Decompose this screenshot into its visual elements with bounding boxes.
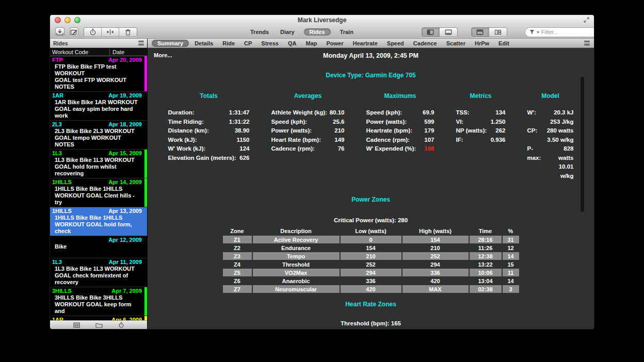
zone-cell: 294 <box>403 260 469 268</box>
metric-label: Cadence (rpm): <box>366 136 410 145</box>
metric-row: Speed (kph):69.9 <box>366 108 434 118</box>
zone-cell: 14 <box>503 277 519 285</box>
ride-description: WORKOUT GOAL keep form and <box>52 301 142 315</box>
ride-date: Apr 18, 2009 <box>108 121 142 128</box>
ride-item[interactable]: FTPApr 20, 2009FTP Bike Bike FTP test WO… <box>50 56 147 92</box>
zone-cell: Anaerobic <box>253 277 340 285</box>
summary-section-maximums: MaximumsSpeed (kph):69.9Power (watts):59… <box>366 92 434 180</box>
ride-description: 1L3 Bike Bike 1L3 WORKOUT <box>52 157 142 163</box>
import-ride-button[interactable] <box>55 27 65 37</box>
titlebar[interactable]: Mark Liversedge <box>50 15 594 25</box>
calendar-icon[interactable] <box>73 322 80 328</box>
tab-speed[interactable]: Speed <box>382 40 409 46</box>
metric-value: 124 <box>239 144 249 154</box>
zone-cell: 154 <box>341 244 401 252</box>
ride-date: Apr 13, 2009 <box>108 208 142 215</box>
content-scrollbar[interactable] <box>581 77 584 212</box>
zone-row: Z7Neuromuscular420MAX02:383 <box>223 285 519 293</box>
metric-row: TSS:134 <box>456 108 506 118</box>
ride-date: Apr 20, 2009 <box>108 57 142 63</box>
metric-label: Speed (kph): <box>366 108 403 118</box>
device-type-heading: Device Type: Garmin Edge 705 <box>148 72 594 79</box>
tab-summary[interactable]: Summary <box>152 40 189 47</box>
section-title: Totals <box>168 92 250 100</box>
style-toggle-group <box>471 27 507 37</box>
ride-item[interactable]: Apr 12, 2009Bike <box>50 236 147 258</box>
tab-power[interactable]: Power <box>321 40 348 46</box>
zoom-button[interactable] <box>74 17 81 23</box>
ride-item[interactable]: 3HILLSApr 7, 20093HILLS Bike Bike 3HILLS… <box>50 287 147 316</box>
zone-cell: 336 <box>403 269 469 276</box>
tiled-view-button[interactable] <box>489 28 507 37</box>
tab-qa[interactable]: QA <box>283 40 301 46</box>
zone-cell: 420 <box>403 277 469 285</box>
column-header-date[interactable]: Date <box>110 49 147 55</box>
zone-cell: 14 <box>503 252 519 260</box>
metric-label: P-max: <box>527 144 546 162</box>
metric-value: 253 J/kg <box>550 118 573 127</box>
toolbar: TrendsDiaryRidesTrain <box>50 25 594 39</box>
tab-ride[interactable]: Ride <box>218 40 239 46</box>
view-tab-trends[interactable]: Trends <box>248 28 271 36</box>
tab-details[interactable]: Details <box>190 40 218 46</box>
view-tab-train[interactable]: Train <box>338 28 356 36</box>
stopwatch-button[interactable] <box>84 28 102 37</box>
metric-label: Cadence (rpm): <box>271 144 315 154</box>
ride-description: 3HILLS Bike Bike 3HILLS <box>52 294 142 301</box>
ride-item[interactable]: 1HILLSApr 13, 20091HILLS Bike Bike 1HILL… <box>50 207 147 236</box>
ride-item[interactable]: 1HILLSApr 14, 20091HILLS Bike Bike 1HILL… <box>50 178 147 207</box>
filter-dropdown-icon[interactable]: ▼ <box>536 30 540 34</box>
ride-description: WORKOUT GOAL Clent hills - try <box>52 192 142 206</box>
metric-row: P-max:828 watts <box>527 144 574 162</box>
metric-label: VI: <box>456 118 464 127</box>
tab-hrpw[interactable]: HrPw <box>470 40 494 46</box>
tab-heartrate[interactable]: Heartrate <box>348 40 382 46</box>
delete-ride-button[interactable] <box>119 28 137 37</box>
sidebar-toggle-button[interactable] <box>422 28 440 37</box>
power-zones-title: Power Zones <box>148 196 594 203</box>
intervals-stopwatch-icon[interactable] <box>118 322 124 328</box>
fullscreen-icon[interactable] <box>583 17 590 23</box>
zone-cell: 02:38 <box>470 285 502 293</box>
ride-item[interactable]: 1L3Apr 15, 20091L3 Bike Bike 1L3 WORKOUT… <box>50 150 147 178</box>
hr-threshold-text: Threshold (bpm): 165 <box>148 320 594 326</box>
sidebar-column-headers[interactable]: Workout Code Date <box>50 48 147 56</box>
metric-value: 599 <box>424 118 434 127</box>
tab-stress[interactable]: Stress <box>256 40 283 46</box>
bottombar-toggle-button[interactable] <box>440 28 457 37</box>
zone-column-header: Description <box>253 228 340 235</box>
split-ride-button[interactable] <box>102 28 119 37</box>
main-tab-menu-icon[interactable] <box>584 40 590 46</box>
ride-item[interactable]: 2L3Apr 18, 20092L3 Bike Bike 2L3 WORKOUT… <box>50 121 147 150</box>
manual-entry-button[interactable] <box>70 27 78 37</box>
tab-cadence[interactable]: Cadence <box>409 40 442 46</box>
metric-row: w/kg <box>527 172 574 181</box>
tab-cp[interactable]: CP <box>239 40 256 46</box>
tab-scatter[interactable]: Scatter <box>442 40 470 46</box>
sidebar-menu-icon[interactable] <box>138 40 144 46</box>
tab-map[interactable]: Map <box>301 40 321 46</box>
stopwatch-icon <box>89 28 96 36</box>
zone-cell: Z6 <box>223 277 252 285</box>
minimize-button[interactable] <box>65 17 71 23</box>
column-header-workout-code[interactable]: Workout Code <box>50 49 110 55</box>
single-pane-icon <box>476 29 484 35</box>
metric-row: Cadence (rpm):107 <box>366 136 434 145</box>
more-link[interactable]: More... <box>154 52 172 58</box>
ride-description: 1L3 Bike Bike 1L3 WORKOUT <box>52 266 142 272</box>
tabbed-view-button[interactable] <box>472 28 489 37</box>
filter-input[interactable] <box>541 29 594 35</box>
view-tab-rides[interactable]: Rides <box>304 28 331 36</box>
tab-edit[interactable]: Edit <box>494 40 514 46</box>
metric-row: Duration:1:31:47 <box>168 108 250 118</box>
ride-item[interactable]: 1L3Apr 11, 20091L3 Bike Bike 1L3 WORKOUT… <box>50 258 147 287</box>
view-tab-diary[interactable]: Diary <box>278 28 297 36</box>
ride-item[interactable]: 1ARApr 19, 20091AR Bike Bike 1AR WORKOUT… <box>50 92 147 121</box>
critical-power-text: Critical Power (watts): 280 <box>148 217 594 223</box>
close-button[interactable] <box>55 17 61 23</box>
folder-icon[interactable] <box>95 322 103 328</box>
filter-field[interactable]: ▼ <box>525 27 594 37</box>
zone-cell: 11 <box>503 269 519 276</box>
ride-date: Apr 14, 2009 <box>108 179 142 186</box>
ride-item[interactable]: 1ARApr 6, 20091AR Bike Bike 1AR WORKOUTG… <box>50 316 147 320</box>
